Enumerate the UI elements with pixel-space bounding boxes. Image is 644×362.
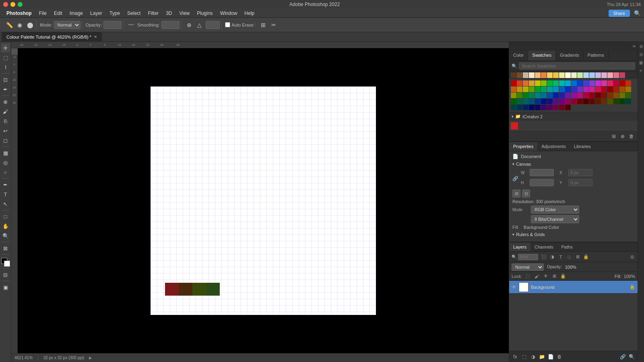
- swatch-cell[interactable]: [511, 86, 516, 92]
- search-icon[interactable]: 🔍: [634, 10, 641, 16]
- brush-size-icon[interactable]: ◉: [15, 21, 24, 29]
- swatch-cell[interactable]: [541, 80, 547, 86]
- brush-hardness-icon[interactable]: ⬤: [26, 21, 35, 29]
- zoom-tool[interactable]: 🔍: [1, 231, 10, 240]
- swatch-cell[interactable]: [523, 80, 528, 86]
- swatch-cell[interactable]: [583, 80, 589, 86]
- new-group-icon-layers[interactable]: 📁: [538, 353, 545, 360]
- layer-filter-text-icon[interactable]: T: [557, 253, 564, 261]
- swatch-cell[interactable]: [565, 86, 571, 92]
- link-layers-icon[interactable]: 🔗: [619, 353, 626, 360]
- delete-swatch-icon[interactable]: 🗑: [628, 133, 635, 140]
- swatch-cell[interactable]: [607, 80, 613, 86]
- lock-image-btn[interactable]: 🖌: [533, 273, 540, 280]
- lasso-tool[interactable]: ⌇: [1, 63, 10, 72]
- swatch-cell[interactable]: [535, 99, 541, 104]
- minimize-button[interactable]: [10, 2, 15, 7]
- swatch-cell[interactable]: [529, 93, 535, 98]
- ruler-grid-header[interactable]: ▾ Rulers & Grids: [512, 232, 634, 237]
- extra-icon-1[interactable]: ⊞: [259, 21, 268, 29]
- swatch-cell[interactable]: [559, 72, 565, 78]
- swatch-cell[interactable]: [583, 72, 589, 78]
- icreatvo-swatch[interactable]: [511, 122, 518, 130]
- heal-tool[interactable]: ⊕: [1, 97, 10, 106]
- swatch-cell[interactable]: [553, 99, 559, 104]
- swatch-cell[interactable]: [607, 72, 613, 78]
- swatch-cell[interactable]: [517, 99, 522, 104]
- swatch-cell[interactable]: [607, 86, 613, 92]
- swatch-cell[interactable]: [577, 80, 583, 86]
- blur-tool[interactable]: ◎: [1, 158, 10, 167]
- swatch-cell[interactable]: [625, 80, 631, 86]
- swatch-cell[interactable]: [601, 72, 607, 78]
- swatch-cell[interactable]: [577, 86, 583, 92]
- swatch-cell[interactable]: [547, 99, 553, 104]
- lock-position-btn[interactable]: ✛: [542, 273, 549, 280]
- opacity-input[interactable]: 100%: [103, 21, 122, 29]
- swatch-cell[interactable]: [601, 99, 607, 104]
- app-name[interactable]: Photoshop: [3, 10, 35, 17]
- history-brush[interactable]: ↩: [1, 126, 10, 135]
- layer-effects-icon[interactable]: fx: [512, 353, 519, 360]
- swatch-cell[interactable]: [595, 86, 601, 92]
- lock-all-btn[interactable]: 🔒: [560, 273, 566, 280]
- swatch-cell[interactable]: [583, 86, 589, 92]
- x-input[interactable]: [568, 169, 592, 176]
- swatch-cell[interactable]: [613, 86, 619, 92]
- extra-icon-2[interactable]: ✂: [269, 21, 278, 29]
- swatch-cell[interactable]: [541, 72, 547, 78]
- swatch-cell[interactable]: [535, 93, 541, 98]
- swatch-cell[interactable]: [511, 105, 516, 110]
- swatch-cell[interactable]: [565, 93, 571, 98]
- auto-erase-checkbox[interactable]: [225, 22, 230, 27]
- menu-select[interactable]: Select: [124, 10, 144, 17]
- eraser-tool[interactable]: ◻: [1, 136, 10, 145]
- eyedropper-tool[interactable]: ✒: [1, 85, 10, 94]
- status-arrow[interactable]: ▶: [89, 356, 92, 360]
- side-icon-3[interactable]: ▦: [638, 60, 644, 65]
- path-select-tool[interactable]: ↖: [1, 200, 10, 208]
- layer-visibility-icon[interactable]: 👁: [512, 284, 516, 290]
- y-input[interactable]: [568, 179, 592, 186]
- swatch-cell[interactable]: [535, 105, 541, 110]
- smoothing-input[interactable]: 0%: [161, 21, 180, 29]
- tab-adjustments[interactable]: Adjustments: [537, 142, 570, 151]
- swatch-cell[interactable]: [571, 86, 577, 92]
- swatch-cell[interactable]: [511, 80, 516, 86]
- swatch-cell[interactable]: [589, 99, 595, 104]
- collapse-panels-icon[interactable]: ≫: [632, 44, 636, 48]
- swatch-cell[interactable]: [607, 93, 613, 98]
- swatch-cell[interactable]: [529, 105, 535, 110]
- tab-channels[interactable]: Channels: [530, 243, 557, 251]
- canvas-document[interactable]: [151, 86, 376, 315]
- tab-patterns[interactable]: Patterns: [584, 51, 609, 60]
- brush-tool[interactable]: 🖌: [1, 107, 10, 116]
- swatch-cell[interactable]: [583, 99, 589, 104]
- foreground-background-colors[interactable]: [1, 258, 10, 267]
- swatch-cell[interactable]: [517, 93, 522, 98]
- swatch-cell[interactable]: [517, 72, 522, 78]
- new-swatch-icon[interactable]: ⊕: [619, 133, 626, 140]
- lock-proportions-icon[interactable]: 🔗: [512, 176, 518, 181]
- layer-filter-lock-icon[interactable]: 🔒: [582, 253, 590, 261]
- swatch-cell[interactable]: [571, 80, 577, 86]
- hand-tool[interactable]: ✋: [1, 222, 10, 230]
- move-tool[interactable]: ✛: [1, 43, 10, 52]
- extra-tool-1[interactable]: ⊠: [1, 244, 10, 253]
- swatch-cell[interactable]: [565, 80, 571, 86]
- new-layer-icon[interactable]: 📄: [547, 353, 554, 360]
- shape-tool[interactable]: □: [1, 212, 10, 221]
- side-icon-2[interactable]: ⊟: [638, 51, 644, 57]
- swatch-cell[interactable]: [571, 72, 577, 78]
- brush-tool-icon[interactable]: ✏️: [5, 21, 14, 29]
- swatch-cell[interactable]: [511, 99, 516, 104]
- swatch-cell[interactable]: [517, 86, 522, 92]
- delete-layer-icon[interactable]: 🗑: [556, 353, 563, 360]
- swatch-cell[interactable]: [577, 72, 583, 78]
- swatch-cell[interactable]: [613, 72, 619, 78]
- layer-filter-adjust-icon[interactable]: ◑: [549, 253, 556, 261]
- swatch-cell[interactable]: [553, 80, 559, 86]
- swatch-cell[interactable]: [517, 105, 522, 110]
- swatch-cell[interactable]: [541, 86, 547, 92]
- color-mode-select[interactable]: RGB Color: [531, 206, 579, 214]
